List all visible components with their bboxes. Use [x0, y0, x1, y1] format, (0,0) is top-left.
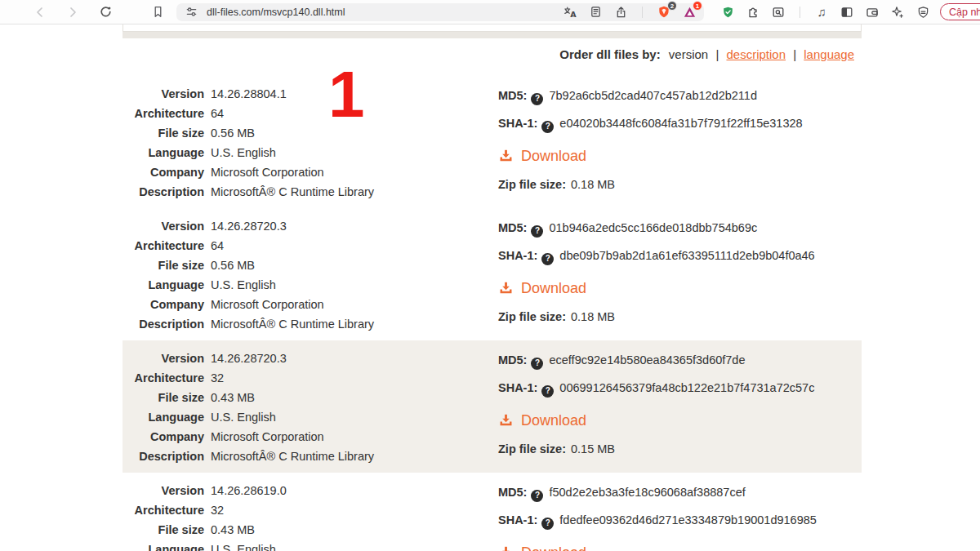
- dll-record: Version14.26.28804.1 Architecture64 File…: [122, 76, 862, 208]
- company-label: Company: [122, 295, 204, 314]
- divider: [800, 7, 800, 18]
- adblock-shield-icon[interactable]: [720, 5, 735, 20]
- architecture-label: Architecture: [122, 236, 204, 256]
- help-icon[interactable]: ?: [541, 121, 554, 133]
- help-icon[interactable]: ?: [531, 358, 543, 370]
- divider: [642, 7, 643, 18]
- architecture-label: Architecture: [122, 104, 204, 123]
- version-value: 14.26.28720.3: [211, 352, 287, 365]
- window-search-icon[interactable]: [771, 5, 786, 20]
- record-details: Version14.26.28720.3 Architecture64 File…: [122, 216, 498, 340]
- reload-icon[interactable]: [98, 5, 113, 20]
- language-value: U.S. English: [211, 146, 276, 159]
- sidebar-icon[interactable]: [840, 5, 854, 20]
- version-value: 14.26.28720.3: [211, 220, 287, 233]
- download-link[interactable]: Download: [498, 146, 586, 166]
- file-size-label: File size: [122, 520, 204, 540]
- description-value: MicrosoftÂ® C Runtime Library: [211, 450, 374, 463]
- leo-ai-sparkle-icon[interactable]: [890, 5, 905, 20]
- sha1-label: SHA-1:: [498, 381, 537, 394]
- md5-value: eceff9c92e14b580ea84365f3d60f7de: [549, 353, 745, 367]
- back-icon[interactable]: [33, 5, 47, 20]
- company-label: Company: [122, 427, 204, 447]
- help-icon[interactable]: ?: [531, 490, 543, 502]
- wallet-icon[interactable]: [865, 5, 880, 20]
- sha1-value: e04020b3448fc6084fa31b7f791f22ff15e31328: [559, 117, 802, 130]
- record-hashes-download: MD5:?eceff9c92e14b580ea84365f3d60f7de SH…: [498, 349, 862, 473]
- forward-icon[interactable]: [65, 5, 80, 20]
- download-label: Download: [521, 412, 586, 429]
- previous-panel-edge: [122, 24, 862, 32]
- version-value: 14.26.28619.0: [211, 484, 287, 497]
- download-link[interactable]: Download: [498, 411, 586, 430]
- description-label: Description: [122, 182, 204, 202]
- version-label: Version: [122, 349, 204, 368]
- help-icon[interactable]: ?: [531, 93, 543, 105]
- version-value: 14.26.28804.1: [211, 87, 287, 100]
- zip-size-value: 0.18 MB: [571, 178, 615, 191]
- zip-size-label: Zip file size:: [498, 310, 566, 323]
- order-by-description-link[interactable]: description: [726, 47, 786, 61]
- md5-label: MD5:: [498, 221, 527, 234]
- file-size-value: 0.56 MB: [211, 259, 255, 272]
- download-icon: [498, 545, 514, 551]
- download-label: Download: [521, 280, 586, 297]
- site-settings-icon[interactable]: [184, 5, 198, 20]
- bookmark-icon[interactable]: [150, 5, 165, 20]
- brave-shields-icon[interactable]: 2: [657, 5, 671, 20]
- download-link[interactable]: Download: [498, 278, 586, 298]
- download-label: Download: [521, 544, 586, 551]
- version-label: Version: [122, 216, 204, 236]
- description-label: Description: [122, 447, 204, 466]
- update-menu-button[interactable]: Cập nhật: [940, 3, 980, 20]
- sha1-value: fdedfee09362d46d271e3334879b19001d916985: [559, 513, 817, 527]
- description-value: MicrosoftÂ® C Runtime Library: [211, 318, 374, 331]
- help-icon[interactable]: ?: [531, 225, 543, 238]
- record-details: Version14.26.28720.3 Architecture32 File…: [122, 349, 498, 473]
- vpn-shield-icon[interactable]: [915, 5, 930, 20]
- version-label: Version: [122, 481, 204, 500]
- order-by-language-link[interactable]: language: [804, 47, 854, 61]
- language-value: U.S. English: [211, 543, 276, 551]
- browser-toolbar: dll-files.com/msvcp140.dll.html A 2 1: [0, 0, 980, 24]
- zip-size-value: 0.15 MB: [571, 442, 615, 455]
- architecture-value: 64: [211, 239, 224, 252]
- help-icon[interactable]: ?: [541, 518, 554, 530]
- reader-mode-icon[interactable]: [588, 5, 603, 20]
- company-value: Microsoft Corporation: [211, 430, 324, 443]
- architecture-value: 64: [211, 107, 224, 120]
- sha1-label: SHA-1:: [498, 513, 537, 527]
- extensions-icon[interactable]: [746, 5, 760, 20]
- sha1-value: 00699126456379fa48cb122e21b7f4731a72c57c: [559, 381, 814, 394]
- shields-badge: 2: [667, 1, 677, 11]
- record-hashes-download: MD5:?01b946a2edc5cc166de018dbb754b69c SH…: [498, 216, 862, 340]
- version-label: Version: [122, 84, 204, 104]
- translate-icon[interactable]: A: [563, 5, 577, 20]
- annotation-marker: 1: [328, 62, 365, 127]
- md5-label: MD5:: [498, 89, 527, 102]
- order-by-bar: Order dll files by: version | descriptio…: [122, 45, 862, 64]
- company-value: Microsoft Corporation: [211, 298, 324, 311]
- records-list: Version14.26.28804.1 Architecture64 File…: [122, 76, 862, 551]
- help-icon[interactable]: ?: [541, 253, 554, 265]
- panel-gap: [122, 32, 862, 38]
- help-icon[interactable]: ?: [541, 385, 554, 398]
- language-label: Language: [122, 540, 204, 551]
- share-icon[interactable]: [613, 5, 628, 20]
- brave-rewards-icon[interactable]: 1: [682, 5, 697, 20]
- description-label: Description: [122, 314, 204, 334]
- download-label: Download: [521, 148, 586, 165]
- download-icon: [498, 281, 514, 295]
- rewards-badge: 1: [693, 1, 702, 11]
- record-hashes-download: MD5:?7b92a6cb5d2cad407c457ab12d2b211d SH…: [498, 84, 862, 208]
- record-details: Version14.26.28619.0 Architecture32 File…: [122, 481, 498, 551]
- download-link[interactable]: Download: [498, 543, 586, 551]
- architecture-value: 32: [211, 504, 224, 517]
- language-label: Language: [122, 407, 204, 427]
- media-control-icon[interactable]: ♫: [814, 5, 829, 20]
- url-text[interactable]: dll-files.com/msvcp140.dll.html: [207, 7, 563, 18]
- address-bar[interactable]: dll-files.com/msvcp140.dll.html A 2 1: [176, 3, 704, 21]
- description-value: MicrosoftÂ® C Runtime Library: [211, 185, 374, 198]
- md5-label: MD5:: [498, 353, 527, 367]
- language-value: U.S. English: [211, 278, 276, 291]
